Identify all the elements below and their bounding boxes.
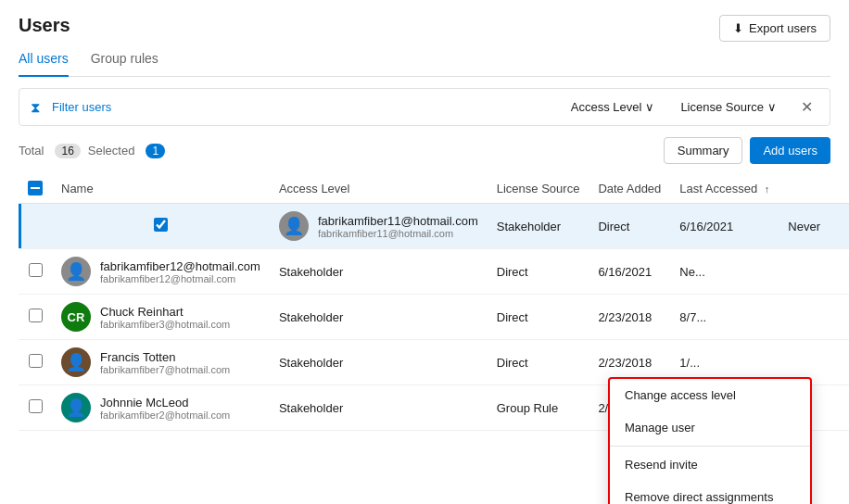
table-row: 👤 fabrikamfiber11@hotmail.com fabrikamfi… — [19, 204, 849, 249]
row-checkbox[interactable] — [29, 263, 43, 277]
access-level-cell: Stakeholder — [270, 385, 488, 431]
chevron-down-icon: ∨ — [767, 100, 777, 114]
tab-group-rules[interactable]: Group rules — [91, 44, 158, 77]
export-button-label: Export users — [749, 21, 817, 35]
row-actions-cell: ⋮ — [830, 204, 849, 249]
user-display-name: Francis Totten — [100, 350, 230, 364]
user-email: fabrikamfiber7@hotmail.com — [100, 364, 230, 375]
summary-button[interactable]: Summary — [664, 137, 743, 164]
date-added-cell: 2/23/2018 — [589, 295, 670, 340]
download-icon: ⬇ — [733, 21, 743, 35]
user-display-name: Chuck Reinhart — [100, 305, 230, 319]
total-badge: 16 — [55, 144, 80, 158]
last-accessed-column-header: Last Accessed ↑ — [670, 173, 779, 204]
export-users-button[interactable]: ⬇ Export users — [719, 15, 830, 42]
access-level-dropdown[interactable]: Access Level ∨ — [564, 98, 663, 116]
date-added-cell: 6/16/2021 — [589, 249, 670, 295]
license-source-cell: Direct — [589, 204, 670, 249]
name-cell: 👤 Johnnie McLeod fabrikamfiber2@hotmail.… — [52, 385, 270, 431]
access-level-cell: Stakeholder — [270, 340, 488, 385]
chevron-down-icon: ∨ — [645, 100, 654, 114]
access-level-cell: Stakeholder — [488, 204, 589, 249]
filter-bar: ⧗ Filter users Access Level ∨ License So… — [19, 88, 830, 126]
license-source-dropdown[interactable]: License Source ∨ — [673, 98, 784, 116]
row-checkbox[interactable] — [29, 309, 43, 322]
context-menu: Change access levelManage userResend inv… — [608, 377, 812, 504]
license-source-cell: Direct — [488, 295, 589, 340]
date-added-cell: 6/16/2021 — [670, 204, 779, 249]
filter-users-link[interactable]: Filter users — [52, 100, 111, 114]
users-toolbar: Total 16 Selected 1 Summary Add users — [19, 137, 830, 164]
user-display-name: fabrikamfiber11@hotmail.com — [318, 214, 478, 228]
last-accessed-cell: Never — [779, 204, 830, 249]
row-checkbox[interactable] — [29, 399, 43, 413]
context-menu-item-change-access[interactable]: Change access level — [610, 379, 810, 411]
selected-label: Selected — [88, 144, 135, 158]
avatar: 👤 — [279, 211, 309, 241]
row-actions-cell — [779, 295, 830, 340]
user-email: fabrikamfiber11@hotmail.com — [318, 228, 478, 239]
row-checkbox-cell[interactable] — [19, 249, 52, 295]
avatar: CR — [61, 302, 91, 332]
date-added-column-header: Date Added — [589, 173, 670, 204]
user-email: fabrikamfiber3@hotmail.com — [100, 319, 230, 330]
access-level-cell: Stakeholder — [270, 249, 488, 295]
page-title: Users — [19, 15, 830, 36]
row-checkbox-cell[interactable] — [19, 295, 52, 340]
access-level-cell: Stakeholder — [270, 295, 488, 340]
access-level-column-header: Access Level — [270, 173, 488, 204]
context-menu-divider — [610, 446, 810, 447]
license-source-cell: Group Rule — [488, 385, 589, 431]
last-accessed-cell: Ne... — [670, 249, 779, 295]
table-row: 👤 fabrikamfiber12@hotmail.com fabrikamfi… — [19, 249, 849, 295]
user-email: fabrikamfiber2@hotmail.com — [100, 410, 230, 421]
avatar: 👤 — [61, 393, 91, 422]
context-menu-item-remove-direct[interactable]: Remove direct assignments — [610, 481, 810, 504]
row-actions-cell — [779, 249, 830, 295]
sort-arrow-icon: ↑ — [765, 183, 770, 195]
row-checkbox[interactable] — [154, 218, 168, 232]
selected-row-indicator — [19, 204, 21, 248]
user-display-name: fabrikamfiber12@hotmail.com — [100, 259, 260, 273]
license-source-cell: Direct — [488, 340, 589, 385]
avatar: 👤 — [61, 347, 91, 377]
row-checkbox-cell[interactable] — [52, 204, 270, 249]
total-label: Total — [19, 144, 44, 158]
more-actions-button[interactable]: ⋮ — [839, 212, 849, 240]
avatar: 👤 — [61, 257, 91, 286]
table-row: CR Chuck Reinhart fabrikamfiber3@hotmail… — [19, 295, 849, 340]
filter-close-button[interactable]: ✕ — [795, 96, 818, 118]
name-cell: CR Chuck Reinhart fabrikamfiber3@hotmail… — [52, 295, 270, 340]
context-menu-item-resend-invite[interactable]: Resend invite — [610, 448, 810, 481]
name-cell: 👤 fabrikamfiber12@hotmail.com fabrikamfi… — [52, 249, 270, 295]
user-display-name: Johnnie McLeod — [100, 396, 230, 410]
filter-icon: ⧗ — [31, 99, 41, 116]
tab-bar: All users Group rules — [19, 44, 830, 77]
name-cell: 👤 fabrikamfiber11@hotmail.com fabrikamfi… — [270, 204, 488, 249]
tab-all-users[interactable]: All users — [19, 44, 69, 77]
name-column-header: Name — [52, 173, 270, 204]
user-email: fabrikamfiber12@hotmail.com — [100, 273, 260, 284]
row-checkbox-cell[interactable] — [19, 340, 52, 385]
license-source-cell: Direct — [488, 249, 589, 295]
context-menu-item-manage-user[interactable]: Manage user — [610, 411, 810, 444]
selected-badge: 1 — [146, 144, 165, 158]
deselect-all-checkbox[interactable] — [28, 181, 43, 195]
license-source-column-header: License Source — [488, 173, 589, 204]
add-users-button[interactable]: Add users — [750, 137, 830, 164]
select-all-header[interactable] — [19, 173, 52, 204]
users-table-container: Name Access Level License Source Date Ad… — [19, 173, 830, 431]
row-checkbox-cell[interactable] — [19, 385, 52, 431]
row-checkbox[interactable] — [29, 354, 43, 368]
name-cell: 👤 Francis Totten fabrikamfiber7@hotmail.… — [52, 340, 270, 385]
last-accessed-cell: 8/7... — [670, 295, 779, 340]
